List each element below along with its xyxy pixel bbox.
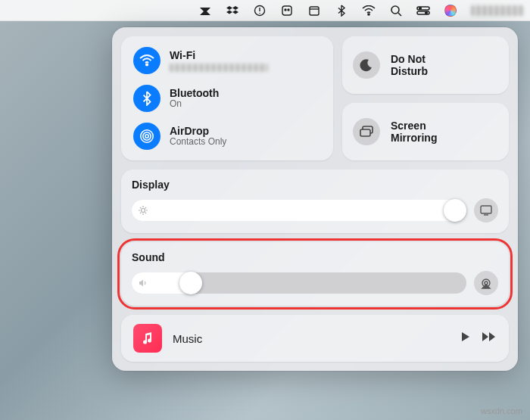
dropbox-icon[interactable] (226, 4, 239, 17)
do-not-disturb-toggle[interactable]: Do Not Disturb (342, 36, 509, 94)
wifi-network-name (170, 64, 268, 72)
music-play-button[interactable] (460, 331, 471, 345)
wifi-title: Wi-Fi (170, 49, 268, 61)
display-slider-knob[interactable] (444, 199, 466, 222)
music-controls (460, 331, 497, 345)
display-settings-button[interactable] (474, 198, 498, 222)
volume-low-icon (138, 278, 148, 288)
calendar-icon[interactable] (307, 4, 321, 17)
moon-icon (353, 51, 380, 79)
control-center-panel: Wi-Fi Bluetooth On AirDrop (112, 27, 518, 371)
display-brightness-slider[interactable] (132, 200, 466, 221)
display-label: Display (132, 179, 498, 191)
brightness-low-icon (138, 205, 148, 216)
siri-icon[interactable] (444, 4, 457, 17)
menubar (0, 0, 530, 21)
sound-label: Sound (132, 251, 498, 263)
svg-point-10 (426, 11, 428, 14)
onepassword-icon[interactable] (253, 4, 267, 17)
top-row: Wi-Fi Bluetooth On AirDrop (121, 36, 509, 160)
sound-output-button[interactable] (474, 271, 498, 295)
music-card[interactable]: Music (121, 315, 509, 362)
svg-point-6 (391, 6, 399, 14)
svg-point-5 (368, 14, 369, 15)
mirroring-title: Screen Mirroring (391, 120, 437, 144)
connectivity-card: Wi-Fi Bluetooth On AirDrop (121, 36, 333, 160)
bluetooth-status: On (170, 99, 219, 110)
search-icon[interactable] (389, 4, 403, 17)
svg-point-3 (288, 9, 289, 11)
svg-rect-18 (481, 206, 491, 213)
sound-card: Sound (121, 242, 509, 306)
svg-point-9 (419, 7, 422, 9)
bluetooth-disc-icon (133, 85, 161, 112)
airdrop-icon (133, 123, 161, 150)
airdrop-toggle[interactable]: AirDrop Contacts Only (133, 123, 321, 150)
wifi-icon[interactable] (362, 4, 376, 17)
airdrop-status: Contacts Only (170, 137, 226, 148)
svg-point-11 (146, 64, 148, 65)
svg-point-17 (142, 209, 145, 213)
wifi-icon (133, 47, 161, 74)
top-right-column: Do Not Disturb Screen Mirroring (342, 36, 509, 160)
music-track-title: Music (173, 332, 450, 345)
menubar-icon-box[interactable] (280, 4, 294, 17)
svg-point-12 (145, 135, 148, 138)
svg-rect-16 (360, 129, 370, 136)
svg-rect-4 (310, 7, 319, 15)
screen-mirroring-icon (353, 118, 380, 145)
display-card: Display (121, 170, 509, 233)
menubar-status-text (471, 5, 524, 16)
bluetooth-title: Bluetooth (170, 87, 219, 99)
bluetooth-toggle[interactable]: Bluetooth On (133, 85, 321, 112)
wifi-toggle[interactable]: Wi-Fi (133, 47, 321, 74)
dnd-title: Do Not Disturb (391, 53, 428, 77)
control-center-icon[interactable] (416, 4, 430, 17)
sound-volume-slider[interactable] (132, 272, 466, 294)
music-app-icon (133, 324, 162, 353)
menubar-icon-app[interactable] (198, 4, 212, 17)
svg-point-13 (143, 132, 151, 140)
watermark: wsxdn.com (481, 406, 522, 415)
svg-point-2 (285, 9, 286, 11)
screen-mirroring-toggle[interactable]: Screen Mirroring (342, 103, 509, 160)
svg-rect-1 (282, 6, 292, 15)
sound-slider-knob[interactable] (179, 272, 202, 294)
bluetooth-icon[interactable] (335, 4, 348, 17)
display-slider-fill (132, 200, 466, 221)
music-next-button[interactable] (482, 331, 497, 345)
airdrop-title: AirDrop (170, 125, 226, 137)
